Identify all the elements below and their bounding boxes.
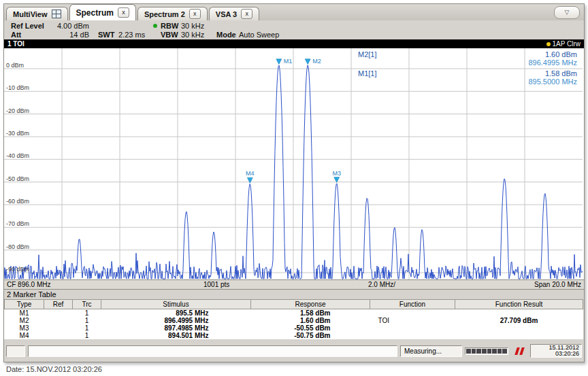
y-axis-label: 0 dBm (6, 62, 24, 69)
status-bar: Measuring... 15.11.2012 03:20:26 (6, 344, 582, 358)
tab-vsa3-label: VSA 3 (216, 10, 237, 18)
measuring-status: Measuring... (400, 345, 462, 357)
column-header-trc: Trc (73, 300, 101, 309)
tab-multiview-label: MultiView (13, 10, 48, 18)
cell-ref (44, 332, 73, 339)
tab-spectrum2[interactable]: Spectrum 2 x (137, 7, 208, 20)
tab-list-dropdown-button[interactable]: ▽ (554, 6, 580, 19)
trace-mode-label: 1AP Clrw (553, 39, 581, 48)
marker-M2-label: M2 (312, 58, 321, 65)
marker-table-row-m1[interactable]: M1 1 895.5 MHz 1.58 dBm (5, 309, 583, 318)
column-header-type: Type (5, 300, 44, 309)
cell-function (370, 309, 455, 318)
cell-response: -50.55 dBm (251, 324, 370, 332)
tab-spectrum2-close-button[interactable]: x (189, 9, 201, 19)
tab-vsa3[interactable]: VSA 3 x (209, 7, 259, 20)
cell-type: M3 (5, 324, 44, 332)
y-axis-label: -80 dBm (6, 243, 29, 250)
y-axis-label: -40 dBm (6, 152, 29, 159)
cell-type: M4 (5, 332, 44, 339)
marker-readout-m1-freq: 895.5000 MHz (528, 78, 577, 86)
marker-table-row-m2[interactable]: M2 1 896.4995 MHz 1.60 dBm TOI 27.709 dB… (5, 317, 583, 324)
tab-multiview[interactable]: MultiView (6, 7, 68, 20)
marker-table-title: 2 Marker Table (4, 290, 584, 299)
column-header-function-result: Function Result (455, 300, 583, 309)
y-axis-label: -10 dBm (6, 84, 29, 91)
cell-function: TOI (370, 317, 455, 324)
spectrum-display[interactable]: M1M2M3M4 0 dBm-10 dBm-20 dBm-30 dBm-40 d… (4, 48, 584, 279)
cell-stimulus: 894.501 MHz (101, 332, 251, 339)
marker-readout-m2: M2[1] 1.60 dBm 896.4995 MHz (358, 50, 577, 67)
tab-spectrum[interactable]: Spectrum x (69, 4, 136, 20)
mode-label: Mode (216, 31, 236, 39)
cell-function (370, 332, 455, 339)
cell-trc: 1 (73, 332, 101, 339)
cell-function (370, 324, 455, 332)
vbw-label: VBW (161, 31, 178, 39)
marker-table-row-m4[interactable]: M4 1 894.501 MHz -50.75 dBm (5, 332, 583, 339)
tab-spectrum-close-button[interactable]: x (118, 7, 129, 18)
marker-M1-label: M1 (284, 58, 293, 65)
rbw-label: RBW (161, 22, 178, 30)
status-cell (6, 345, 25, 357)
cell-ref (44, 324, 73, 332)
swt-label: SWT (98, 31, 114, 39)
cell-function-result (455, 332, 583, 339)
status-time: 03:20:26 (533, 351, 579, 357)
marker-table: Type Ref Trc Stimulus Response Function … (4, 299, 583, 339)
settings-header: Ref Level 4.00 dBm RBW 30 kHz Att 14 dB … (4, 20, 584, 39)
column-header-function: Function (370, 300, 455, 309)
cell-stimulus: 896.4995 MHz (101, 317, 251, 324)
ref-level-value[interactable]: 4.00 dBm (47, 22, 89, 30)
channel-tab-bar: MultiView Spectrum x Spectrum 2 x VSA 3 … (4, 4, 584, 20)
marker-readout-m1-label: M1[1] (358, 69, 377, 86)
marker-M3-label: M3 (332, 170, 341, 177)
cell-ref (44, 309, 73, 318)
cell-response: 1.60 dBm (251, 317, 370, 324)
rbw-value[interactable]: 30 kHz (181, 22, 204, 30)
marker-readout-m1: M1[1] 1.58 dBm 895.5000 MHz (358, 69, 577, 86)
marker-readout-m1-values: 1.58 dBm 895.5000 MHz (528, 69, 577, 86)
cell-type: M1 (5, 309, 44, 318)
marker-table-row-m3[interactable]: M3 1 897.4985 MHz -50.55 dBm (5, 324, 583, 332)
span-value[interactable]: Span 20.0 MHz (534, 280, 581, 289)
marker-M2-icon[interactable] (305, 59, 310, 65)
marker-M4-label: M4 (246, 170, 255, 177)
screenshot-root: MultiView Spectrum x Spectrum 2 x VSA 3 … (0, 0, 588, 376)
trace-mode-tag[interactable]: 1AP Clrw (546, 39, 581, 48)
status-message-field[interactable] (28, 345, 397, 357)
marker-readout-m1-level: 1.58 dBm (528, 69, 577, 78)
cell-response: 1.58 dBm (251, 309, 370, 318)
marker-readout-m2-freq: 896.4995 MHz (528, 58, 577, 67)
y-axis-label: -70 dBm (6, 220, 29, 227)
trace-color-dot-icon (546, 42, 551, 46)
error-indicator-icon (511, 347, 527, 355)
tab-spectrum2-label: Spectrum 2 (144, 10, 185, 18)
tab-vsa3-close-button[interactable]: x (241, 9, 252, 19)
marker-readouts: M2[1] 1.60 dBm 896.4995 MHz M1[1] 1.58 d… (358, 50, 577, 88)
mode-value[interactable]: Auto Sweep (239, 31, 279, 39)
att-label: Att (11, 31, 21, 39)
sweep-progress-bar (465, 347, 508, 355)
analyzer-window: MultiView Spectrum x Spectrum 2 x VSA 3 … (3, 3, 585, 362)
vbw-value[interactable]: 30 kHz (181, 31, 204, 39)
date-caption: Date: 15.NOV.2012 03:20:26 (6, 365, 102, 373)
cell-response: -50.75 dBm (251, 332, 370, 339)
marker-readout-m2-label: M2[1] (358, 50, 377, 67)
cell-type: M2 (5, 317, 44, 324)
cell-function-result (455, 324, 583, 332)
marker-readout-m2-level: 1.60 dBm (528, 50, 577, 58)
multiview-grid-icon (52, 10, 61, 18)
sweep-info-bar: CF 896.0 MHz 1001 pts 2.0 MHz/ Span 20.0… (4, 279, 584, 290)
cell-stimulus: 897.4985 MHz (101, 324, 251, 332)
marker-M1-icon[interactable] (276, 59, 282, 65)
sweep-points: 1001 pts (203, 280, 229, 289)
tab-spectrum-label: Spectrum (76, 8, 114, 18)
swt-value[interactable]: 2.23 ms (118, 31, 145, 39)
trace-window-title: 1 TOI (7, 39, 24, 48)
y-axis-label: -30 dBm (6, 130, 29, 137)
att-value[interactable]: 14 dB (47, 31, 89, 39)
ref-level-label: Ref Level (11, 22, 44, 30)
center-frequency[interactable]: CF 896.0 MHz (7, 280, 50, 289)
per-division: 2.0 MHz/ (368, 280, 395, 289)
